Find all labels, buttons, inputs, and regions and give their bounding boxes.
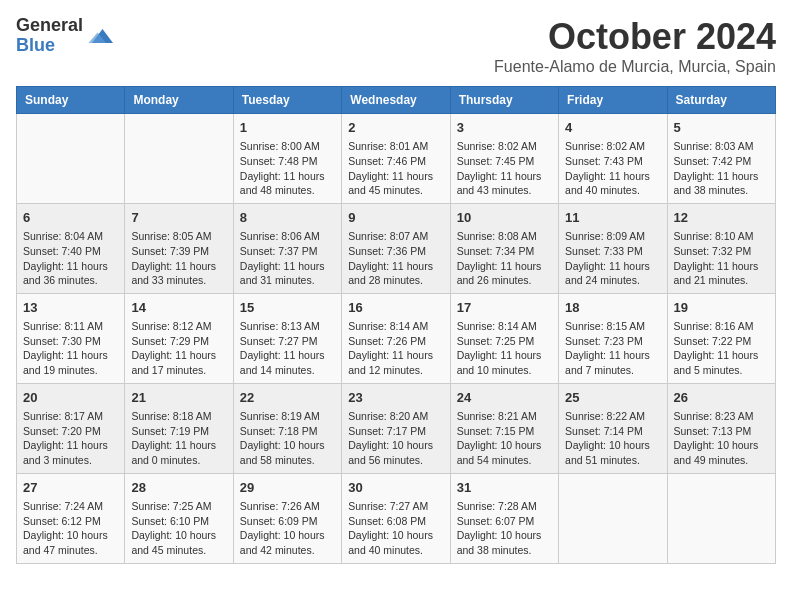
day-number: 30 (348, 479, 443, 497)
day-number: 25 (565, 389, 660, 407)
calendar-cell: 8Sunrise: 8:06 AM Sunset: 7:37 PM Daylig… (233, 203, 341, 293)
day-number: 11 (565, 209, 660, 227)
day-info: Sunrise: 8:01 AM Sunset: 7:46 PM Dayligh… (348, 139, 443, 198)
day-info: Sunrise: 7:25 AM Sunset: 6:10 PM Dayligh… (131, 499, 226, 558)
day-number: 20 (23, 389, 118, 407)
day-info: Sunrise: 8:13 AM Sunset: 7:27 PM Dayligh… (240, 319, 335, 378)
day-number: 24 (457, 389, 552, 407)
calendar-cell: 13Sunrise: 8:11 AM Sunset: 7:30 PM Dayli… (17, 293, 125, 383)
calendar-cell (667, 473, 775, 563)
page-header: General Blue October 2024 Fuente-Alamo d… (16, 16, 776, 76)
day-info: Sunrise: 8:17 AM Sunset: 7:20 PM Dayligh… (23, 409, 118, 468)
day-number: 31 (457, 479, 552, 497)
day-number: 5 (674, 119, 769, 137)
calendar-cell: 24Sunrise: 8:21 AM Sunset: 7:15 PM Dayli… (450, 383, 558, 473)
day-number: 2 (348, 119, 443, 137)
weekday-header-thursday: Thursday (450, 87, 558, 114)
day-number: 4 (565, 119, 660, 137)
day-info: Sunrise: 7:26 AM Sunset: 6:09 PM Dayligh… (240, 499, 335, 558)
day-info: Sunrise: 7:27 AM Sunset: 6:08 PM Dayligh… (348, 499, 443, 558)
calendar-table: SundayMondayTuesdayWednesdayThursdayFrid… (16, 86, 776, 564)
weekday-header-monday: Monday (125, 87, 233, 114)
day-info: Sunrise: 8:03 AM Sunset: 7:42 PM Dayligh… (674, 139, 769, 198)
day-info: Sunrise: 7:28 AM Sunset: 6:07 PM Dayligh… (457, 499, 552, 558)
calendar-cell: 16Sunrise: 8:14 AM Sunset: 7:26 PM Dayli… (342, 293, 450, 383)
calendar-cell (559, 473, 667, 563)
day-info: Sunrise: 8:02 AM Sunset: 7:43 PM Dayligh… (565, 139, 660, 198)
calendar-cell: 14Sunrise: 8:12 AM Sunset: 7:29 PM Dayli… (125, 293, 233, 383)
calendar-cell: 10Sunrise: 8:08 AM Sunset: 7:34 PM Dayli… (450, 203, 558, 293)
calendar-cell: 25Sunrise: 8:22 AM Sunset: 7:14 PM Dayli… (559, 383, 667, 473)
day-number: 28 (131, 479, 226, 497)
day-info: Sunrise: 8:00 AM Sunset: 7:48 PM Dayligh… (240, 139, 335, 198)
logo-icon (85, 22, 113, 50)
day-number: 16 (348, 299, 443, 317)
day-info: Sunrise: 8:07 AM Sunset: 7:36 PM Dayligh… (348, 229, 443, 288)
calendar-cell: 1Sunrise: 8:00 AM Sunset: 7:48 PM Daylig… (233, 114, 341, 204)
calendar-cell: 2Sunrise: 8:01 AM Sunset: 7:46 PM Daylig… (342, 114, 450, 204)
day-number: 22 (240, 389, 335, 407)
day-info: Sunrise: 8:20 AM Sunset: 7:17 PM Dayligh… (348, 409, 443, 468)
day-number: 14 (131, 299, 226, 317)
day-info: Sunrise: 8:14 AM Sunset: 7:25 PM Dayligh… (457, 319, 552, 378)
day-number: 27 (23, 479, 118, 497)
calendar-cell: 7Sunrise: 8:05 AM Sunset: 7:39 PM Daylig… (125, 203, 233, 293)
day-info: Sunrise: 8:11 AM Sunset: 7:30 PM Dayligh… (23, 319, 118, 378)
logo: General Blue (16, 16, 113, 56)
day-number: 8 (240, 209, 335, 227)
day-info: Sunrise: 8:12 AM Sunset: 7:29 PM Dayligh… (131, 319, 226, 378)
calendar-cell (125, 114, 233, 204)
day-number: 21 (131, 389, 226, 407)
day-info: Sunrise: 8:10 AM Sunset: 7:32 PM Dayligh… (674, 229, 769, 288)
day-number: 26 (674, 389, 769, 407)
calendar-cell: 21Sunrise: 8:18 AM Sunset: 7:19 PM Dayli… (125, 383, 233, 473)
day-number: 6 (23, 209, 118, 227)
month-title: October 2024 (494, 16, 776, 58)
day-info: Sunrise: 7:24 AM Sunset: 6:12 PM Dayligh… (23, 499, 118, 558)
day-number: 15 (240, 299, 335, 317)
logo-general: General (16, 16, 83, 36)
day-info: Sunrise: 8:23 AM Sunset: 7:13 PM Dayligh… (674, 409, 769, 468)
calendar-cell: 4Sunrise: 8:02 AM Sunset: 7:43 PM Daylig… (559, 114, 667, 204)
day-number: 12 (674, 209, 769, 227)
calendar-cell: 23Sunrise: 8:20 AM Sunset: 7:17 PM Dayli… (342, 383, 450, 473)
day-number: 7 (131, 209, 226, 227)
calendar-cell: 5Sunrise: 8:03 AM Sunset: 7:42 PM Daylig… (667, 114, 775, 204)
day-info: Sunrise: 8:21 AM Sunset: 7:15 PM Dayligh… (457, 409, 552, 468)
day-info: Sunrise: 8:08 AM Sunset: 7:34 PM Dayligh… (457, 229, 552, 288)
calendar-cell: 31Sunrise: 7:28 AM Sunset: 6:07 PM Dayli… (450, 473, 558, 563)
day-info: Sunrise: 8:14 AM Sunset: 7:26 PM Dayligh… (348, 319, 443, 378)
calendar-cell: 30Sunrise: 7:27 AM Sunset: 6:08 PM Dayli… (342, 473, 450, 563)
day-number: 23 (348, 389, 443, 407)
day-info: Sunrise: 8:04 AM Sunset: 7:40 PM Dayligh… (23, 229, 118, 288)
day-number: 1 (240, 119, 335, 137)
calendar-cell: 26Sunrise: 8:23 AM Sunset: 7:13 PM Dayli… (667, 383, 775, 473)
day-info: Sunrise: 8:19 AM Sunset: 7:18 PM Dayligh… (240, 409, 335, 468)
logo-blue: Blue (16, 36, 83, 56)
day-number: 13 (23, 299, 118, 317)
calendar-cell: 15Sunrise: 8:13 AM Sunset: 7:27 PM Dayli… (233, 293, 341, 383)
calendar-cell: 27Sunrise: 7:24 AM Sunset: 6:12 PM Dayli… (17, 473, 125, 563)
title-block: October 2024 Fuente-Alamo de Murcia, Mur… (494, 16, 776, 76)
day-info: Sunrise: 8:22 AM Sunset: 7:14 PM Dayligh… (565, 409, 660, 468)
weekday-header-saturday: Saturday (667, 87, 775, 114)
calendar-cell: 9Sunrise: 8:07 AM Sunset: 7:36 PM Daylig… (342, 203, 450, 293)
day-info: Sunrise: 8:06 AM Sunset: 7:37 PM Dayligh… (240, 229, 335, 288)
day-info: Sunrise: 8:15 AM Sunset: 7:23 PM Dayligh… (565, 319, 660, 378)
day-info: Sunrise: 8:18 AM Sunset: 7:19 PM Dayligh… (131, 409, 226, 468)
calendar-cell: 19Sunrise: 8:16 AM Sunset: 7:22 PM Dayli… (667, 293, 775, 383)
calendar-cell: 20Sunrise: 8:17 AM Sunset: 7:20 PM Dayli… (17, 383, 125, 473)
calendar-cell: 11Sunrise: 8:09 AM Sunset: 7:33 PM Dayli… (559, 203, 667, 293)
calendar-cell (17, 114, 125, 204)
weekday-header-friday: Friday (559, 87, 667, 114)
day-info: Sunrise: 8:05 AM Sunset: 7:39 PM Dayligh… (131, 229, 226, 288)
day-number: 9 (348, 209, 443, 227)
day-number: 18 (565, 299, 660, 317)
day-number: 17 (457, 299, 552, 317)
calendar-cell: 3Sunrise: 8:02 AM Sunset: 7:45 PM Daylig… (450, 114, 558, 204)
calendar-cell: 17Sunrise: 8:14 AM Sunset: 7:25 PM Dayli… (450, 293, 558, 383)
weekday-header-tuesday: Tuesday (233, 87, 341, 114)
calendar-cell: 12Sunrise: 8:10 AM Sunset: 7:32 PM Dayli… (667, 203, 775, 293)
location-title: Fuente-Alamo de Murcia, Murcia, Spain (494, 58, 776, 76)
calendar-cell: 29Sunrise: 7:26 AM Sunset: 6:09 PM Dayli… (233, 473, 341, 563)
